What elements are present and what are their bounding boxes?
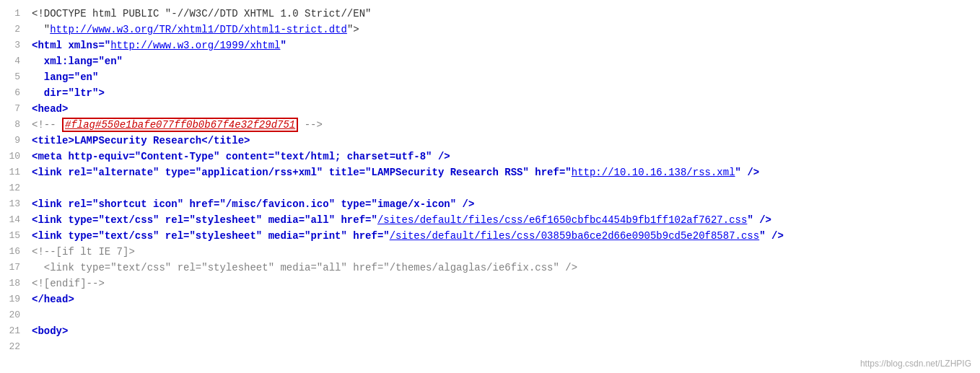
line-number: 12 xyxy=(0,180,29,196)
code-token: <meta http-equiv="Content-Type" content=… xyxy=(32,151,450,162)
code-token: <!--[if lt IE 7]> xyxy=(32,246,135,258)
line-content: <link rel="shortcut icon" href="/misc/fa… xyxy=(29,196,980,212)
code-token: <!-- xyxy=(32,119,62,131)
code-line: 6 dir="ltr"> xyxy=(0,85,980,101)
code-token: <link type="text/css" rel="stylesheet" m… xyxy=(32,214,377,226)
code-token: /sites/default/files/css/e6f1650cbfbc445… xyxy=(377,214,747,226)
line-number: 7 xyxy=(0,101,29,117)
code-line: 3<html xmlns="http://www.w3.org/1999/xht… xyxy=(0,38,980,53)
line-number: 15 xyxy=(0,228,29,244)
code-line: 19</head> xyxy=(0,291,980,307)
line-content: <link rel="alternate" type="application/… xyxy=(29,164,980,180)
line-content: "http://www.w3.org/TR/xhtml1/DTD/xhtml1-… xyxy=(29,22,980,38)
code-viewer: 1<!DOCTYPE html PUBLIC "-//W3C//DTD XHTM… xyxy=(0,0,980,373)
line-content: <!DOCTYPE html PUBLIC "-//W3C//DTD XHTML… xyxy=(29,6,980,22)
code-line: 16<!--[if lt IE 7]> xyxy=(0,244,980,260)
code-token: <link rel="alternate" type="application/… xyxy=(32,167,572,178)
flag-text: #flag#550e1bafe077ff0b0b67f4e32f29d751 xyxy=(62,118,298,132)
line-number: 9 xyxy=(0,133,29,149)
code-token: --> xyxy=(298,119,323,131)
line-number: 6 xyxy=(0,85,29,101)
code-line: 10<meta http-equiv="Content-Type" conten… xyxy=(0,149,980,164)
line-content: <!--[if lt IE 7]> xyxy=(29,244,980,260)
code-token: <body> xyxy=(32,325,68,337)
line-number: 3 xyxy=(0,38,29,53)
code-token: <link rel="shortcut icon" href="/misc/fa… xyxy=(32,198,474,210)
code-line: 15<link type="text/css" rel="stylesheet"… xyxy=(0,228,980,244)
code-line: 18<![endif]--> xyxy=(0,276,980,291)
code-line: 13<link rel="shortcut icon" href="/misc/… xyxy=(0,196,980,212)
line-number: 19 xyxy=(0,291,29,307)
line-number: 16 xyxy=(0,244,29,260)
line-number: 21 xyxy=(0,323,29,339)
code-line: 21<body> xyxy=(0,323,980,339)
line-number: 11 xyxy=(0,164,29,180)
code-line: 14<link type="text/css" rel="stylesheet"… xyxy=(0,212,980,228)
code-line: 20 xyxy=(0,307,980,323)
line-content: <link type="text/css" rel="stylesheet" m… xyxy=(29,212,980,228)
code-token: <!DOCTYPE html PUBLIC "-//W3C//DTD XHTML… xyxy=(32,8,371,19)
line-number: 20 xyxy=(0,307,29,323)
line-number: 5 xyxy=(0,69,29,85)
code-token: <html xmlns=" xyxy=(32,40,110,51)
code-line: 17 <link type="text/css" rel="stylesheet… xyxy=(0,260,980,276)
line-content: <meta http-equiv="Content-Type" content=… xyxy=(29,149,980,164)
line-number: 1 xyxy=(0,6,29,22)
code-token: </head> xyxy=(32,294,74,305)
code-line: 8<!-- #flag#550e1bafe077ff0b0b67f4e32f29… xyxy=(0,117,980,133)
watermark-text: https://blog.csdn.net/LZHPIG xyxy=(860,359,971,369)
code-token: lang="en" xyxy=(32,71,98,83)
code-token: <head> xyxy=(32,103,68,115)
line-content: xml:lang="en" xyxy=(29,53,980,69)
code-token: <![endif]--> xyxy=(32,278,105,289)
line-content: <link type="text/css" rel="stylesheet" m… xyxy=(29,228,980,244)
code-line: 9<title>LAMPSecurity Research</title> xyxy=(0,133,980,149)
line-number: 10 xyxy=(0,149,29,164)
code-line: 7<head> xyxy=(0,101,980,117)
code-token: " /> xyxy=(747,214,771,226)
line-content: </head> xyxy=(29,291,980,307)
code-token: <title>LAMPSecurity Research</title> xyxy=(32,135,250,146)
code-token: http://www.w3.org/TR/xhtml1/DTD/xhtml1-s… xyxy=(50,24,347,35)
line-content: dir="ltr"> xyxy=(29,85,980,101)
code-line: 22 xyxy=(0,339,980,355)
code-token: " xyxy=(32,24,50,35)
line-content: <!-- #flag#550e1bafe077ff0b0b67f4e32f29d… xyxy=(29,117,980,133)
line-content: lang="en" xyxy=(29,69,980,85)
line-number: 13 xyxy=(0,196,29,212)
line-number: 22 xyxy=(0,339,29,355)
code-line: 12 xyxy=(0,180,980,196)
code-line: 1<!DOCTYPE html PUBLIC "-//W3C//DTD XHTM… xyxy=(0,6,980,22)
code-token: "> xyxy=(347,24,359,35)
code-token: <link type="text/css" rel="stylesheet" m… xyxy=(32,230,390,242)
line-content: <![endif]--> xyxy=(29,276,980,291)
line-content: <html xmlns="http://www.w3.org/1999/xhtm… xyxy=(29,38,980,53)
line-content: <link type="text/css" rel="stylesheet" m… xyxy=(29,260,980,276)
code-token: xml:lang="en" xyxy=(32,56,123,67)
code-line: 5 lang="en" xyxy=(0,69,980,85)
line-number: 8 xyxy=(0,117,29,133)
code-line: 11<link rel="alternate" type="applicatio… xyxy=(0,164,980,180)
code-token: " /> xyxy=(759,230,784,242)
code-token: dir="ltr"> xyxy=(32,87,105,99)
code-line: 4 xml:lang="en" xyxy=(0,53,980,69)
code-token: " xyxy=(280,40,286,51)
line-number: 2 xyxy=(0,22,29,38)
line-number: 18 xyxy=(0,276,29,291)
code-token: http://10.10.16.138/rss.xml xyxy=(572,167,735,178)
code-token: <link type="text/css" rel="stylesheet" m… xyxy=(32,262,577,273)
line-number: 4 xyxy=(0,53,29,69)
code-token: /sites/default/files/css/03859ba6ce2d66e… xyxy=(390,230,759,242)
line-number: 14 xyxy=(0,212,29,228)
code-token: " /> xyxy=(735,167,760,178)
line-number: 17 xyxy=(0,260,29,276)
code-line: 2 "http://www.w3.org/TR/xhtml1/DTD/xhtml… xyxy=(0,22,980,38)
code-token: http://www.w3.org/1999/xhtml xyxy=(110,40,280,51)
line-content: <head> xyxy=(29,101,980,117)
line-content: <body> xyxy=(29,323,980,339)
line-content: <title>LAMPSecurity Research</title> xyxy=(29,133,980,149)
